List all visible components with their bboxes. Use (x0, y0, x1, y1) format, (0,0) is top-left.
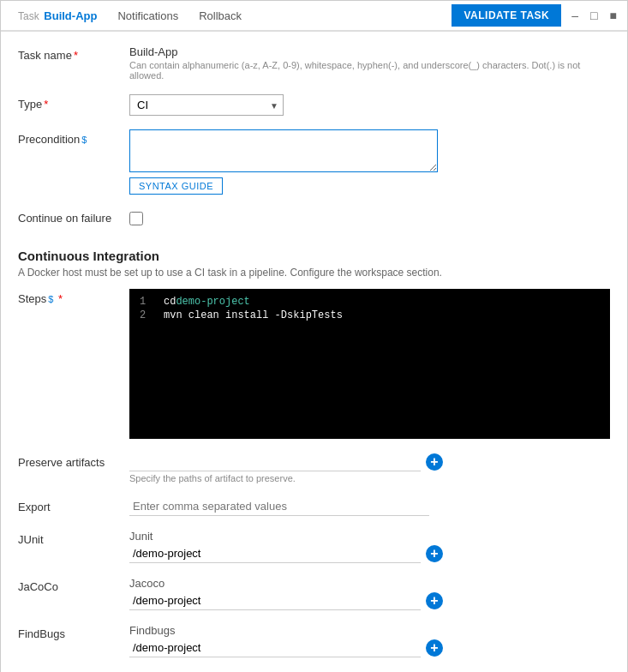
steps-row: Steps$ * 1 cd demo-project 2 mvn clean i… (18, 289, 610, 439)
findbugs-add-button[interactable]: + (426, 639, 443, 657)
code-line-1: 1 cd demo-project (140, 296, 600, 308)
findbugs-tool-label: Findbugs (129, 624, 610, 637)
tab-notifications[interactable]: Notifications (107, 3, 188, 31)
maximize-icon[interactable]: □ (587, 7, 601, 24)
line-num-2: 2 (140, 309, 153, 321)
ci-section-desc: A Docker host must be set up to use a CI… (18, 267, 610, 279)
tab-bar: Task Build-App Notifications Rollback VA… (1, 1, 627, 32)
junit-input-group: + (129, 544, 610, 563)
task-name-hint: Can contain alphanumeric (a-z, A-Z, 0-9)… (129, 60, 610, 81)
jacoco-field: Jacoco + (129, 577, 610, 610)
code-line-2: 2 mvn clean install -DskipTests (140, 309, 600, 321)
junit-row: JUnit Junit + (18, 530, 610, 563)
preserve-artifacts-input-group: + (129, 453, 610, 471)
type-select[interactable]: CI Shell Maven Gradle (129, 94, 284, 116)
precondition-field: SYNTAX GUIDE (129, 129, 610, 195)
jacoco-row: JaCoCo Jacoco + (18, 577, 610, 610)
tab-rollback-label: Rollback (199, 9, 242, 22)
junit-add-button[interactable]: + (426, 545, 443, 562)
export-input[interactable] (129, 497, 429, 516)
findbugs-input[interactable] (129, 639, 421, 657)
required-star-type: * (44, 98, 48, 111)
preserve-artifacts-label: Preserve artifacts (18, 453, 129, 469)
continue-failure-field (129, 208, 610, 228)
task-name-field: Build-App Can contain alphanumeric (a-z,… (129, 45, 610, 81)
findbugs-field: Findbugs + (129, 624, 610, 657)
type-field: CI Shell Maven Gradle ▼ (129, 94, 610, 116)
task-name-label: Task name* (18, 45, 129, 62)
preserve-artifacts-field: + Specify the paths of artifact to prese… (129, 453, 610, 483)
jacoco-input[interactable] (129, 591, 421, 610)
line-num-1: 1 (140, 296, 153, 308)
continue-on-failure-checkbox[interactable] (129, 212, 143, 225)
code-cd: cd (164, 296, 176, 308)
ci-section-header: Continuous Integration (18, 242, 610, 263)
jacoco-tool-label: Jacoco (129, 577, 610, 590)
precondition-row: Precondition$ SYNTAX GUIDE (18, 129, 610, 195)
continue-failure-label: Continue on failure (18, 208, 129, 225)
jacoco-input-group: + (129, 591, 610, 610)
code-mvn: mvn clean install -DskipTests (164, 309, 343, 321)
type-label: Type* (18, 94, 129, 111)
findbugs-input-group: + (129, 639, 610, 657)
required-star-steps: * (55, 292, 63, 305)
steps-dollar-icon[interactable]: $ (48, 294, 53, 304)
junit-tool-label: Junit (129, 530, 610, 543)
validate-task-button[interactable]: VALIDATE TASK (452, 4, 561, 27)
tab-notifications-label: Notifications (117, 9, 178, 22)
steps-code-editor[interactable]: 1 cd demo-project 2 mvn clean install -D… (129, 289, 610, 439)
syntax-guide-button[interactable]: SYNTAX GUIDE (129, 177, 223, 195)
continue-on-failure-row: Continue on failure (18, 208, 610, 228)
tab-task-name: Build-App (44, 9, 97, 22)
preserve-hint: Specify the paths of artifact to preserv… (129, 473, 610, 483)
required-star: * (74, 49, 78, 62)
export-label: Export (18, 497, 129, 513)
precondition-dollar-icon[interactable]: $ (81, 135, 87, 145)
window-controls: – □ ■ (568, 7, 620, 24)
task-name-value: Build-App (129, 45, 610, 58)
jacoco-add-button[interactable]: + (426, 592, 443, 609)
steps-field: 1 cd demo-project 2 mvn clean install -D… (129, 289, 610, 439)
findbugs-row: FindBugs Findbugs + (18, 624, 610, 657)
export-field (129, 497, 610, 516)
type-row: Type* CI Shell Maven Gradle ▼ (18, 94, 610, 116)
tab-rollback[interactable]: Rollback (188, 3, 252, 31)
code-demo-project-1: demo-project (176, 296, 249, 308)
jacoco-label: JaCoCo (18, 577, 129, 593)
junit-field: Junit + (129, 530, 610, 563)
export-row: Export (18, 497, 610, 516)
minimize-icon[interactable]: – (568, 7, 582, 24)
tab-task[interactable]: Task Build-App (8, 3, 107, 31)
junit-input[interactable] (129, 544, 421, 563)
preserve-artifacts-add-button[interactable]: + (426, 453, 443, 471)
preserve-artifacts-input[interactable] (129, 453, 421, 471)
type-select-wrapper: CI Shell Maven Gradle ▼ (129, 94, 284, 116)
ci-section-title: Continuous Integration (18, 249, 610, 263)
precondition-textarea[interactable] (129, 129, 438, 172)
main-content: Task name* Build-App Can contain alphanu… (1, 32, 627, 672)
task-prefix: Task (18, 10, 39, 22)
close-icon[interactable]: ■ (607, 7, 620, 24)
preserve-artifacts-row: Preserve artifacts + Specify the paths o… (18, 453, 610, 483)
steps-label: Steps$ * (18, 289, 129, 305)
precondition-label: Precondition$ (18, 129, 129, 146)
findbugs-label: FindBugs (18, 624, 129, 640)
junit-label: JUnit (18, 530, 129, 546)
task-name-row: Task name* Build-App Can contain alphanu… (18, 45, 610, 81)
